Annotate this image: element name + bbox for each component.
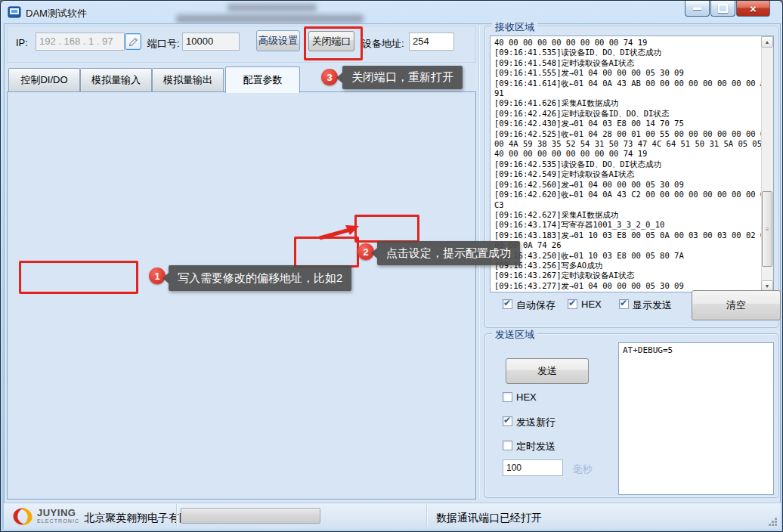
tab-analog-input[interactable]: 模拟量输入: [80, 68, 152, 91]
port-label: 端口号:: [147, 37, 180, 51]
receive-log[interactable]: 40 00 00 00 00 00 00 00 00 74 19 [09:16:…: [490, 36, 774, 292]
minimize-icon: [693, 8, 701, 10]
close-port-button[interactable]: 关闭端口: [308, 31, 354, 51]
advanced-settings-button[interactable]: 高级设置: [256, 30, 300, 51]
receive-title: 接收区域: [492, 20, 537, 34]
pencil-icon: [128, 37, 138, 47]
brand-subname: ELECTRONIC: [37, 518, 79, 524]
statusbar-divider: [176, 504, 177, 527]
close-icon: ×: [750, 3, 757, 14]
receive-hex-label: HEX: [581, 298, 602, 310]
progress-bar: [181, 508, 320, 524]
tab-config-params[interactable]: 配置参数: [225, 66, 300, 93]
send-content-field[interactable]: AT+DEBUG=5: [618, 342, 774, 495]
callout-step3-number: 3: [321, 69, 338, 85]
minimize-button[interactable]: [685, 1, 710, 17]
app-icon: [8, 5, 21, 19]
send-interval-field[interactable]: 100: [503, 459, 563, 476]
tab-analog-output[interactable]: 模拟量输出: [152, 68, 224, 91]
brand-name: JUYING: [37, 507, 76, 518]
maximize-button[interactable]: [710, 1, 735, 17]
receive-hex-checkbox[interactable]: [568, 299, 577, 309]
milliseconds-label: 毫秒: [573, 462, 593, 476]
resize-grip[interactable]: [769, 518, 771, 520]
callout-step1-tooltip: 写入需要修改的偏移地址，比如2: [169, 265, 351, 291]
app-window: DAM测试软件 × IP: 192 . 168 . 1 . 97 端口号: 10…: [0, 0, 783, 532]
receive-scrollbar-thumb[interactable]: ≡: [762, 191, 772, 267]
autosave-label: 自动保存: [516, 298, 556, 312]
clear-button[interactable]: 清空: [692, 290, 781, 320]
edit-ip-button[interactable]: [125, 33, 141, 50]
send-newline-checkbox[interactable]: [503, 416, 512, 426]
watermark-smudge: [176, 14, 364, 23]
port-field[interactable]: 10000: [182, 32, 240, 51]
statusbar-divider: [426, 504, 427, 527]
window-title: DAM测试软件: [26, 7, 87, 20]
watermark-smudge: [227, 4, 317, 11]
config-panel: [7, 91, 476, 500]
show-send-checkbox[interactable]: [619, 299, 629, 309]
status-message: 数据通讯端口已经打开: [436, 512, 542, 525]
timed-send-checkbox[interactable]: [503, 441, 512, 450]
send-hex-checkbox[interactable]: [503, 392, 512, 402]
ip-field: 192 . 168 . 1 . 97: [36, 32, 125, 51]
callout-step3-tooltip: 关闭端口，重新打开: [342, 66, 463, 89]
close-button[interactable]: ×: [736, 1, 770, 17]
device-address-field[interactable]: 254: [409, 32, 454, 51]
maximize-icon: [718, 4, 728, 13]
ip-label: IP:: [16, 37, 28, 48]
scroll-up-arrow-icon[interactable]: ▲: [761, 36, 773, 48]
timed-send-label: 定时发送: [516, 440, 556, 453]
autosave-checkbox[interactable]: [503, 299, 512, 309]
send-newline-label: 发送新行: [516, 416, 556, 429]
callout-step2-tooltip: 点击设定，提示配置成功: [377, 241, 520, 265]
device-address-label: 设备地址:: [362, 37, 404, 51]
juying-logo: [11, 506, 34, 527]
show-send-label: 显示发送: [633, 298, 672, 312]
send-button[interactable]: 发送: [506, 358, 589, 384]
send-title: 发送区域: [492, 328, 537, 342]
send-hex-label: HEX: [516, 391, 537, 403]
tab-control-di-do[interactable]: 控制DI/DO: [8, 68, 80, 91]
